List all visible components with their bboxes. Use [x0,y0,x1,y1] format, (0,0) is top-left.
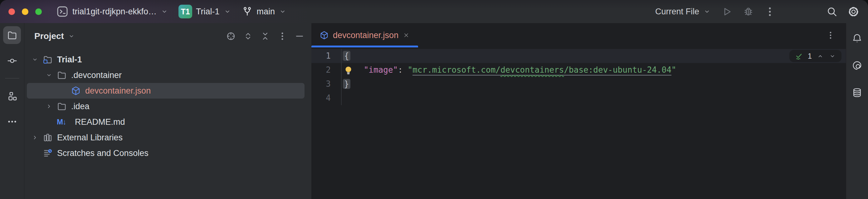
tree-item-label: .devcontainer [71,70,122,80]
close-tab-icon[interactable] [402,32,410,39]
collapse-all-button[interactable] [260,31,270,41]
project-tool-window: Project Trial-1.devcontainerdevcontainer… [24,23,311,199]
editor-tabs: devcontainer.json [311,23,418,47]
search-icon [826,6,838,18]
code-line-3[interactable]: 3} [311,77,846,91]
line-number: 4 [311,91,341,105]
code-editor[interactable]: 1{12 "image": "mcr.microsoft.com/devcont… [311,47,846,199]
options-button[interactable] [277,31,287,41]
right-tool-stripe [846,23,868,199]
run-button[interactable] [716,3,738,20]
expand-all-button[interactable] [243,31,253,41]
tree-item-external-libraries[interactable]: External Libraries [27,130,305,145]
project-panel-title-menu[interactable]: Project [32,31,77,41]
ai-assistant-icon [852,60,862,71]
tree-item-label: README.md [75,117,125,127]
zoom-window-button[interactable] [35,8,42,15]
kebab-menu-icon [764,6,776,18]
database-icon [852,87,862,98]
tool-window-button-ai-assistant[interactable] [848,57,866,74]
tree-item-devcontainer-json[interactable]: devcontainer.json [27,83,305,99]
tree-item--idea[interactable]: .idea [27,99,305,114]
devcontainer-file-icon [319,31,329,40]
project-panel-header: Project [24,23,311,49]
task-widget[interactable]: T1 Trial-1 [174,2,237,21]
git-branch-icon [242,6,253,18]
chevron-down-icon [703,7,711,15]
editor-tab-devcontainer-json[interactable]: devcontainer.json [311,23,418,47]
chevron-right-icon[interactable] [32,134,38,141]
gear-icon [848,6,859,18]
code-token: "image" [364,65,398,74]
code-token: devcontainers [500,65,564,75]
search-everywhere-button[interactable] [821,3,843,20]
project-panel-actions [226,31,305,41]
chevron-down-icon [68,32,75,40]
tool-window-button-more-tool-windows[interactable] [3,112,21,130]
chevron-right-icon[interactable] [45,103,53,110]
task-name: Trial-1 [196,7,220,16]
chevron-down-icon[interactable] [45,72,53,78]
line-content[interactable]: } [341,77,846,91]
code-line-2[interactable]: 2 "image": "mcr.microsoft.com/devcontain… [311,63,846,77]
locate-file-button[interactable] [226,31,236,41]
vcs-branch-widget[interactable]: main [237,3,292,20]
line-content[interactable]: "image": "mcr.microsoft.com/devcontainer… [341,63,846,77]
run-configuration-selector[interactable]: Current File [650,4,716,19]
hide-button[interactable] [294,31,305,41]
intention-bulb-icon[interactable] [343,65,353,75]
next-problem-icon[interactable] [829,53,836,60]
expand-all-icon [243,31,253,41]
tool-window-button-project[interactable] [3,26,21,44]
run-configuration-label: Current File [655,7,699,16]
markdown-file-icon: M↓ [57,118,70,126]
code-token: mcr.microsoft.com/ [412,65,500,75]
previous-problem-icon[interactable] [816,53,824,60]
close-window-button[interactable] [8,8,15,15]
chevron-down-icon [223,7,231,15]
tool-window-button-commit[interactable] [3,52,21,70]
structure-icon [7,91,18,101]
chevron-down-icon[interactable] [32,56,38,63]
editor-area: devcontainer.json 1{12 "image": "mcr.mic… [311,23,846,199]
line-number: 2 [311,63,341,77]
tool-window-button-notifications[interactable] [848,29,866,47]
line-content[interactable]: { [341,49,846,63]
tool-window-button-database[interactable] [848,84,866,101]
tree-item-label: Trial-1 [57,55,82,65]
minimize-window-button[interactable] [22,8,28,15]
tab-options-kebab-icon[interactable] [824,30,837,40]
chevron-down-icon [160,7,168,15]
tree-item-label: devcontainer.json [85,86,151,96]
chevron-down-icon [279,7,287,15]
code-token: /base:dev-ubuntu-24.04 [564,65,671,75]
project-icon [7,30,18,40]
task-badge: T1 [179,5,192,19]
more-tool-windows-icon [7,117,18,127]
tree-item-trial-1[interactable]: Trial-1 [27,52,305,67]
tree-item-label: Scratches and Consoles [57,148,149,158]
options-icon [277,31,287,41]
code-line-1[interactable]: 1{1 [311,49,846,63]
hide-icon [294,31,305,41]
tool-window-button-structure[interactable] [3,87,21,105]
settings-button[interactable] [843,3,864,20]
tree-item-scratches-and-consoles[interactable]: Scratches and Consoles [27,145,305,161]
project-folder-icon [43,55,53,65]
project-switcher[interactable]: trial1git-rdjkpn-ekkfo… [51,3,174,20]
stripe-divider [5,78,19,78]
inspections-widget[interactable]: 1 [789,50,841,62]
notifications-icon [852,33,862,44]
line-number: 3 [311,77,341,91]
line-content[interactable] [341,91,846,105]
inspections-count: 1 [808,49,812,63]
code-line-4[interactable]: 4 [311,91,846,105]
tree-item-readme-md[interactable]: M↓README.md [27,114,305,130]
code-token: " [672,65,676,74]
debug-button[interactable] [738,3,759,20]
editor-tab-bar: devcontainer.json [311,23,846,47]
more-actions-button[interactable] [759,3,781,20]
tree-item--devcontainer[interactable]: .devcontainer [27,67,305,83]
window-controls [0,8,51,15]
tab-label: devcontainer.json [333,31,398,40]
